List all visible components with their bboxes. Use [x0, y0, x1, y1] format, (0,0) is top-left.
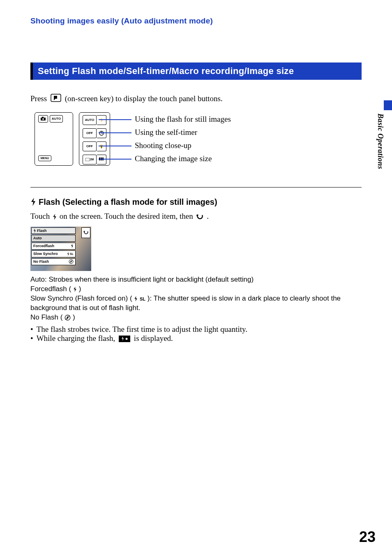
callout-line — [99, 132, 131, 133]
note-1: •The flash strobes twice. The first time… — [30, 325, 362, 334]
flash-menu-preview: Flash Auto Forcedflash Slow Synchro SL N… — [30, 227, 91, 271]
flash-subheading-text: Flash (Selecting a flash mode for still … — [39, 197, 217, 207]
section-title-bar: Setting Flash mode/Self-timer/Macro reco… — [30, 63, 362, 80]
note-2: • While charging the flash, is displayed… — [30, 334, 362, 343]
touch-text-1: Touch — [30, 212, 52, 220]
image-quality-icon — [97, 155, 106, 164]
sl-suffix: SL — [70, 252, 74, 255]
flash-icon — [73, 287, 77, 292]
desc-slowsync-1: Slow Synchro (Flash forced on) ( SL ): T… — [30, 294, 362, 303]
flash-mode-label: AUTO — [83, 115, 97, 125]
macro-icon — [97, 141, 106, 151]
flash-icon — [30, 198, 36, 206]
flash-icon — [134, 296, 138, 301]
thumb-tab — [384, 100, 392, 110]
flash-descriptions: Auto: Strobes when there is insufficient… — [30, 275, 362, 322]
flash-option-slowsync: Slow Synchro SL — [31, 250, 76, 257]
touch-text-3: . — [207, 212, 209, 220]
page-number: 23 — [359, 528, 376, 546]
desc-forcedflash: Forcedflash ( ) — [30, 285, 362, 294]
macro-label: OFF — [83, 141, 97, 151]
desc-auto: Auto: Strobes when there is insufficient… — [30, 275, 362, 285]
flash-icon — [97, 115, 106, 125]
flash-charging-icon — [119, 336, 130, 342]
svg-rect-2 — [42, 117, 44, 118]
flash-subheading: Flash (Selecting a flash mode for still … — [30, 197, 362, 207]
callout-flash: Using the flash for still images — [135, 115, 231, 124]
press-instruction: Press (on-screen key) to display the tou… — [30, 94, 362, 105]
side-section-label: Basic Operations — [376, 113, 385, 169]
press-text-before: Press — [30, 94, 49, 103]
flash-mode-row: AUTO — [83, 115, 106, 125]
self-timer-icon — [97, 128, 106, 138]
svg-point-3 — [42, 118, 44, 120]
svg-point-16 — [126, 338, 128, 340]
desc-slowsync-2: background that is out of flash light. — [30, 303, 362, 313]
return-icon — [196, 214, 204, 220]
notes-list: •The flash strobes twice. The first time… — [30, 325, 362, 343]
flash-option-auto: Auto — [31, 235, 76, 242]
desc-noflash: No Flash ( ) — [30, 313, 362, 322]
onscreen-key-icon — [51, 94, 61, 105]
flash-menu-header-text: Flash — [37, 229, 47, 233]
back-button — [81, 227, 90, 238]
macro-row: OFF — [83, 141, 106, 151]
image-size-text: 2M — [90, 158, 94, 161]
self-timer-label: OFF — [83, 128, 97, 138]
svg-rect-5 — [85, 158, 90, 161]
flash-icon — [53, 214, 57, 220]
touch-text-2: on the screen. Touch the desired item, t… — [60, 212, 195, 220]
running-head: Shooting images easily (Auto adjustment … — [30, 16, 362, 25]
flash-option-noflash: No Flash — [31, 258, 76, 265]
callout-labels: Using the flash for still images Using t… — [110, 112, 362, 166]
camera-icon — [38, 115, 48, 123]
self-timer-row: OFF — [83, 128, 106, 138]
divider — [30, 187, 362, 188]
callout-line — [99, 146, 131, 146]
screen-after: AUTO OFF OFF 2M — [79, 112, 110, 166]
image-size-label: 2M — [83, 155, 97, 164]
image-size-row: 2M — [83, 155, 106, 164]
sl-suffix: SL — [140, 296, 145, 301]
callout-selftimer: Using the self-timer — [135, 128, 197, 137]
no-flash-icon — [65, 315, 71, 321]
flash-option-forced: Forcedflash — [31, 243, 76, 250]
menu-button: MENU — [38, 155, 51, 161]
callout-macro: Shooting close-up — [135, 141, 191, 150]
flash-menu-header: Flash — [31, 227, 76, 234]
touch-panel-diagram: AUTO MENU AUTO OFF OFF — [30, 112, 362, 174]
flash-icon — [71, 244, 74, 248]
press-text-after: (on-screen key) to display the touch pan… — [65, 94, 223, 103]
flash-icon — [67, 252, 69, 256]
callout-line — [99, 119, 131, 120]
touch-instruction: Touch on the screen. Touch the desired i… — [30, 212, 362, 221]
no-flash-icon — [69, 259, 74, 264]
auto-mode-button: AUTO — [50, 115, 63, 123]
screen-before: AUTO MENU — [35, 112, 73, 166]
callout-imagesize: Changing the image size — [135, 154, 212, 163]
callout-line — [99, 159, 131, 160]
